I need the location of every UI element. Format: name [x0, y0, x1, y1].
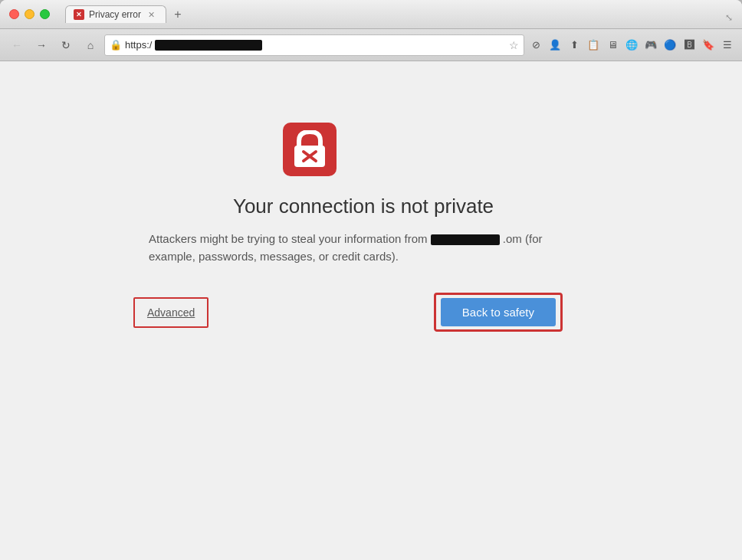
toolbar-icons: ⊘ 👤 ⬆ 📋 🖥 🌐 🎮 🔵 🅱 🔖 ☰: [527, 37, 736, 54]
back-to-safety-button[interactable]: Back to safety: [441, 298, 556, 326]
page-content: Your connection is not private Attackers…: [0, 61, 742, 560]
error-description-before: Attackers might be trying to steal your …: [149, 232, 427, 245]
toolbar-icon-3[interactable]: ⬆: [566, 37, 583, 54]
error-container: Your connection is not private Attackers…: [149, 123, 593, 332]
toolbar-icon-8[interactable]: 🔵: [662, 37, 678, 54]
toolbar-icon-1[interactable]: ⊘: [527, 37, 544, 54]
error-description: Attackers might be trying to steal your …: [149, 231, 578, 265]
address-bar[interactable]: 🔒 https:/ ☆: [104, 34, 524, 56]
advanced-button[interactable]: Advanced: [140, 302, 202, 323]
bookmark-icon[interactable]: ☆: [509, 39, 519, 51]
toolbar-icon-10[interactable]: 🔖: [700, 37, 717, 54]
buttons-area: Advanced Back to safety: [133, 293, 563, 332]
error-title: Your connection is not private: [233, 195, 494, 218]
toolbar-icon-9[interactable]: 🅱: [681, 37, 698, 54]
toolbar: ← → ↻ ⌂ 🔒 https:/ ☆ ⊘ 👤 ⬆ 📋 🖥 🌐 🎮 🔵 🅱 🔖 …: [0, 29, 742, 61]
address-lock-icon: 🔒: [110, 39, 122, 51]
lock-svg: [293, 130, 327, 169]
forward-button[interactable]: →: [31, 34, 52, 56]
back-to-safety-button-wrapper: Back to safety: [434, 293, 563, 332]
toolbar-icon-7[interactable]: 🎮: [642, 37, 659, 54]
close-window-button[interactable]: [9, 9, 19, 19]
tab-title: Privacy error: [89, 9, 141, 20]
new-tab-button[interactable]: +: [169, 6, 186, 23]
maximize-window-button[interactable]: [40, 9, 50, 19]
traffic-lights: [9, 9, 50, 19]
resize-icon: ⤡: [725, 12, 733, 23]
toolbar-icon-4[interactable]: 📋: [585, 37, 602, 54]
address-domain-redacted: [155, 40, 262, 51]
toolbar-icon-11[interactable]: ☰: [719, 37, 736, 54]
advanced-button-wrapper: Advanced: [133, 297, 208, 328]
reload-button[interactable]: ↻: [55, 34, 77, 56]
toolbar-icon-2[interactable]: 👤: [547, 37, 563, 54]
address-protocol: https:/: [125, 39, 152, 51]
title-bar: ✕ Privacy error ✕ + ⤡: [0, 0, 742, 29]
privacy-error-icon: [283, 123, 337, 176]
tab-close-button[interactable]: ✕: [146, 9, 156, 20]
domain-redacted: [431, 234, 500, 245]
toolbar-icon-5[interactable]: 🖥: [604, 37, 621, 54]
tab-favicon-icon: ✕: [76, 11, 82, 18]
minimize-window-button[interactable]: [25, 9, 34, 19]
active-tab[interactable]: ✕ Privacy error ✕: [65, 5, 166, 23]
browser-window: ✕ Privacy error ✕ + ⤡ ← → ↻ ⌂ 🔒 https:/ …: [0, 0, 742, 560]
home-button[interactable]: ⌂: [80, 34, 101, 56]
back-button[interactable]: ←: [6, 34, 28, 56]
tab-favicon: ✕: [74, 9, 84, 20]
tab-bar: ✕ Privacy error ✕ + ⤡: [65, 5, 733, 23]
toolbar-icon-6[interactable]: 🌐: [623, 37, 640, 54]
